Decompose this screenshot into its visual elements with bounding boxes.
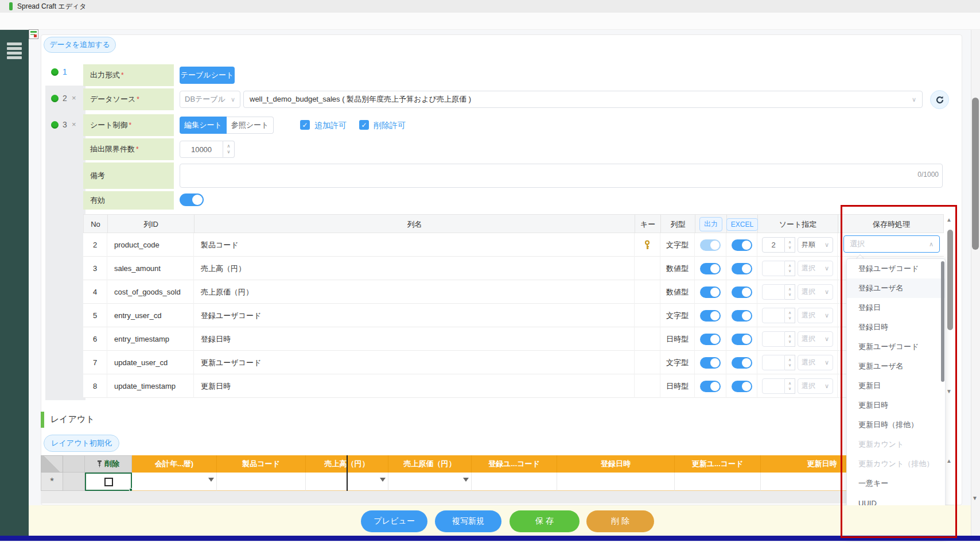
data-tab[interactable]: 1 [45, 59, 85, 86]
data-source-input[interactable]: well_t_demo_budget_sales ( 製品別年度売上予算および売… [243, 91, 923, 108]
excel-toggle[interactable] [732, 381, 752, 392]
sort-order-select[interactable]: 選択∨ [798, 331, 833, 347]
dropdown-option[interactable]: 登録ユーザコード [847, 259, 945, 278]
output-toggle[interactable] [700, 334, 721, 345]
grid-delete-header[interactable]: 削除 [85, 455, 132, 473]
dropdown-option[interactable]: 登録日 [847, 298, 945, 318]
grid-cell[interactable] [675, 473, 761, 491]
output-toggle[interactable] [700, 263, 721, 274]
footer-button[interactable]: プレビュー [361, 510, 427, 532]
allow-delete-checkbox[interactable]: ✓ [359, 120, 369, 130]
output-all-button[interactable]: 出力 [699, 217, 722, 231]
grid-column-header[interactable]: ★ 登録日時 [557, 455, 675, 473]
delete-checkbox[interactable] [104, 478, 113, 486]
output-toggle[interactable] [700, 287, 721, 298]
allow-add-checkbox[interactable]: ✓ [300, 120, 310, 130]
cell-dropdown-icon[interactable] [380, 478, 386, 482]
sort-number-input[interactable] [762, 261, 785, 276]
sort-number-input[interactable] [762, 331, 785, 347]
sort-number-stepper[interactable]: ∧∨ [785, 331, 795, 347]
sort-number-stepper[interactable]: ∧∨ [785, 261, 795, 276]
excel-toggle[interactable] [732, 357, 752, 369]
excel-all-button[interactable]: EXCEL [726, 218, 758, 231]
sort-number-stepper[interactable]: ∧∨ [785, 308, 795, 323]
sort-number-input[interactable] [762, 355, 785, 370]
sort-order-select[interactable]: 選択∨ [798, 355, 833, 370]
excel-toggle[interactable] [732, 334, 752, 345]
data-tab[interactable]: 2 × [45, 86, 85, 112]
sort-number-stepper[interactable]: ∧∨ [785, 355, 795, 370]
footer-button[interactable]: 保 存 [510, 510, 580, 532]
grid-cell[interactable] [217, 473, 306, 491]
dropdown-option[interactable]: 登録ユーザ名 [847, 278, 945, 298]
grid-cell[interactable] [388, 473, 472, 491]
sort-order-select[interactable]: 選択∨ [798, 308, 833, 323]
page-scrollbar-thumb[interactable] [972, 98, 979, 250]
sort-number-stepper[interactable]: ∧∨ [785, 237, 795, 253]
excel-toggle[interactable] [732, 263, 752, 274]
save-process-combobox[interactable]: 選択∧ [843, 235, 940, 253]
excel-toggle[interactable] [732, 287, 752, 298]
dropdown-option[interactable]: 更新日 [847, 376, 945, 396]
grid-corner-cell[interactable] [41, 455, 63, 473]
table-sheet-button[interactable]: テーブルシート [180, 67, 235, 84]
sort-order-select[interactable]: 選択∨ [798, 378, 833, 394]
table-scroll-down-icon[interactable]: ▼ [946, 388, 952, 394]
data-source-type-select[interactable]: DBテーブル∨ [180, 91, 240, 108]
footer-button[interactable]: 複写新規 [435, 510, 501, 532]
sort-number-input[interactable]: 2 [762, 237, 785, 253]
sort-number-stepper[interactable]: ∧∨ [785, 284, 795, 300]
grid-cell[interactable] [557, 473, 675, 491]
dropdown-option[interactable]: 更新ユーザコード [847, 337, 945, 357]
excel-toggle[interactable] [732, 310, 752, 322]
grid-cell[interactable] [472, 473, 557, 491]
page-scroll-down-icon[interactable]: ▼ [972, 495, 978, 501]
menu-icon[interactable] [7, 42, 22, 61]
grid-active-cell[interactable] [85, 473, 132, 491]
grid-cell[interactable] [132, 473, 217, 491]
extract-limit-stepper[interactable]: ∧∨ [223, 141, 235, 158]
table-scroll-up-icon[interactable]: ▲ [946, 216, 952, 223]
grid-column-header[interactable]: ★ 製品コード [217, 455, 306, 473]
cell-dropdown-icon[interactable] [208, 478, 214, 482]
sort-number-input[interactable] [762, 308, 785, 323]
extract-limit-input[interactable]: 10000 [180, 141, 223, 158]
output-toggle[interactable] [700, 239, 721, 251]
dropdown-option[interactable]: 更新日時（排他） [847, 415, 945, 435]
reference-sheet-button[interactable]: 参照シート [227, 117, 274, 134]
layout-init-button[interactable]: レイアウト初期化 [44, 435, 119, 452]
grid-column-header[interactable]: ★ 会計年...暦) [132, 455, 217, 473]
dropdown-option[interactable]: 更新カウント [847, 435, 945, 454]
grid-scroll-up-icon[interactable]: ▲ [946, 458, 952, 464]
grid-new-row-marker[interactable]: * [41, 473, 63, 491]
dropdown-option[interactable]: 更新ユーザ名 [847, 357, 945, 376]
dropdown-option[interactable]: 登録日時 [847, 318, 945, 337]
sort-number-input[interactable] [762, 284, 785, 300]
close-icon[interactable]: × [72, 120, 76, 129]
edit-sheet-button[interactable]: 編集シート [180, 117, 227, 134]
grid-column-header[interactable]: ★ 更新ユ...コード [675, 455, 761, 473]
dropdown-option[interactable]: 更新カウント（排他） [847, 454, 945, 474]
footer-button[interactable]: 削 除 [586, 510, 654, 532]
remarks-input[interactable] [180, 164, 943, 188]
sort-number-stepper[interactable]: ∧∨ [785, 378, 795, 394]
dropdown-scrollbar[interactable] [941, 261, 944, 382]
table-scrollbar[interactable] [947, 230, 953, 330]
add-data-button[interactable]: データを追加する [44, 37, 116, 53]
refresh-button[interactable] [930, 90, 949, 109]
output-toggle[interactable] [700, 310, 721, 322]
output-toggle[interactable] [700, 357, 721, 369]
grid-narrow-cell[interactable] [63, 473, 85, 491]
data-tab[interactable]: 3 × [45, 112, 85, 138]
sort-number-input[interactable] [762, 378, 785, 394]
cell-dropdown-icon[interactable] [463, 478, 469, 482]
dropdown-option[interactable]: 更新日時 [847, 396, 945, 415]
output-toggle[interactable] [700, 381, 721, 392]
enabled-toggle[interactable] [180, 193, 204, 206]
excel-toggle[interactable] [732, 239, 752, 251]
grid-column-header[interactable]: ★ 売上原価（円） [388, 455, 472, 473]
sort-order-select[interactable]: 選択∨ [798, 284, 833, 300]
sort-order-select[interactable]: 選択∨ [798, 261, 833, 276]
grid-column-header[interactable]: ★ 登録ユ...コード [472, 455, 557, 473]
chevron-down-icon[interactable]: ∨ [912, 96, 916, 103]
